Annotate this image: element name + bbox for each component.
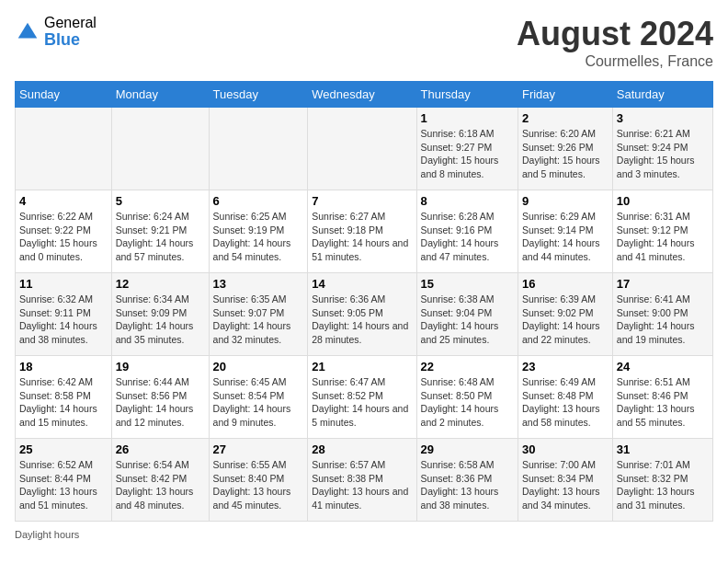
- day-info: Sunrise: 6:32 AM Sunset: 9:11 PM Dayligh…: [19, 293, 108, 347]
- logo-icon: [15, 19, 40, 45]
- day-info: Sunrise: 6:52 AM Sunset: 8:44 PM Dayligh…: [19, 458, 108, 512]
- logo-blue: Blue: [44, 31, 97, 50]
- day-info: Sunrise: 6:20 AM Sunset: 9:26 PM Dayligh…: [522, 127, 609, 181]
- day-info: Sunrise: 6:36 AM Sunset: 9:05 PM Dayligh…: [312, 293, 412, 347]
- calendar-week-row: 11Sunrise: 6:32 AM Sunset: 9:11 PM Dayli…: [16, 273, 713, 356]
- calendar-cell: 27Sunrise: 6:55 AM Sunset: 8:40 PM Dayli…: [209, 439, 308, 522]
- calendar-table: SundayMondayTuesdayWednesdayThursdayFrid…: [15, 81, 713, 522]
- day-number: 2: [522, 111, 609, 125]
- day-info: Sunrise: 6:41 AM Sunset: 9:00 PM Dayligh…: [617, 293, 709, 347]
- day-info: Sunrise: 6:25 AM Sunset: 9:19 PM Dayligh…: [213, 210, 304, 264]
- day-number: 9: [522, 194, 609, 208]
- calendar-cell: 2Sunrise: 6:20 AM Sunset: 9:26 PM Daylig…: [518, 108, 612, 190]
- logo-text: General Blue: [44, 15, 97, 49]
- calendar-cell: [16, 108, 112, 190]
- day-info: Sunrise: 6:34 AM Sunset: 9:09 PM Dayligh…: [116, 293, 205, 347]
- day-info: Sunrise: 7:00 AM Sunset: 8:34 PM Dayligh…: [522, 458, 609, 512]
- day-number: 6: [213, 194, 304, 208]
- calendar-cell: 30Sunrise: 7:00 AM Sunset: 8:34 PM Dayli…: [518, 439, 612, 522]
- day-info: Sunrise: 6:45 AM Sunset: 8:54 PM Dayligh…: [213, 375, 304, 430]
- calendar-cell: [111, 108, 209, 190]
- calendar-cell: 7Sunrise: 6:27 AM Sunset: 9:18 PM Daylig…: [308, 190, 416, 273]
- day-number: 14: [312, 277, 412, 291]
- day-number: 31: [617, 442, 709, 456]
- logo: General Blue: [15, 15, 97, 49]
- day-number: 7: [312, 194, 412, 208]
- calendar-cell: 21Sunrise: 6:47 AM Sunset: 8:52 PM Dayli…: [308, 356, 416, 439]
- day-number: 18: [19, 360, 108, 373]
- day-number: 12: [116, 277, 205, 291]
- calendar-cell: 13Sunrise: 6:35 AM Sunset: 9:07 PM Dayli…: [209, 273, 308, 356]
- column-header-friday: Friday: [518, 82, 612, 108]
- calendar-cell: 23Sunrise: 6:49 AM Sunset: 8:48 PM Dayli…: [518, 356, 612, 439]
- calendar-cell: 22Sunrise: 6:48 AM Sunset: 8:50 PM Dayli…: [416, 356, 518, 439]
- day-info: Sunrise: 6:21 AM Sunset: 9:24 PM Dayligh…: [617, 127, 709, 181]
- calendar-cell: 4Sunrise: 6:22 AM Sunset: 9:22 PM Daylig…: [16, 190, 112, 273]
- calendar-cell: 6Sunrise: 6:25 AM Sunset: 9:19 PM Daylig…: [209, 190, 308, 273]
- calendar-cell: 3Sunrise: 6:21 AM Sunset: 9:24 PM Daylig…: [612, 108, 712, 190]
- calendar-cell: 14Sunrise: 6:36 AM Sunset: 9:05 PM Dayli…: [308, 273, 416, 356]
- day-info: Sunrise: 6:28 AM Sunset: 9:16 PM Dayligh…: [421, 210, 514, 264]
- calendar-cell: 25Sunrise: 6:52 AM Sunset: 8:44 PM Dayli…: [16, 439, 112, 522]
- column-header-thursday: Thursday: [416, 82, 518, 108]
- calendar-cell: 11Sunrise: 6:32 AM Sunset: 9:11 PM Dayli…: [16, 273, 112, 356]
- calendar-week-row: 4Sunrise: 6:22 AM Sunset: 9:22 PM Daylig…: [16, 190, 713, 273]
- day-info: Sunrise: 6:58 AM Sunset: 8:36 PM Dayligh…: [421, 458, 514, 512]
- day-info: Sunrise: 6:55 AM Sunset: 8:40 PM Dayligh…: [213, 458, 304, 512]
- calendar-cell: 19Sunrise: 6:44 AM Sunset: 8:56 PM Dayli…: [111, 356, 209, 439]
- day-number: 15: [421, 277, 514, 291]
- day-info: Sunrise: 6:24 AM Sunset: 9:21 PM Dayligh…: [116, 210, 205, 264]
- logo-general: General: [44, 15, 97, 31]
- title-block: August 2024 Courmelles, France: [517, 15, 713, 70]
- day-info: Sunrise: 6:51 AM Sunset: 8:46 PM Dayligh…: [617, 375, 709, 430]
- calendar-header-row: SundayMondayTuesdayWednesdayThursdayFrid…: [16, 82, 713, 108]
- day-number: 4: [19, 194, 108, 208]
- day-number: 10: [617, 194, 709, 208]
- calendar-cell: 29Sunrise: 6:58 AM Sunset: 8:36 PM Dayli…: [416, 439, 518, 522]
- day-info: Sunrise: 6:48 AM Sunset: 8:50 PM Dayligh…: [421, 375, 514, 430]
- day-info: Sunrise: 6:47 AM Sunset: 8:52 PM Dayligh…: [312, 375, 412, 430]
- calendar-cell: 8Sunrise: 6:28 AM Sunset: 9:16 PM Daylig…: [416, 190, 518, 273]
- day-number: 5: [116, 194, 205, 208]
- day-info: Sunrise: 6:44 AM Sunset: 8:56 PM Dayligh…: [116, 375, 205, 430]
- calendar-cell: 15Sunrise: 6:38 AM Sunset: 9:04 PM Dayli…: [416, 273, 518, 356]
- calendar-cell: 26Sunrise: 6:54 AM Sunset: 8:42 PM Dayli…: [111, 439, 209, 522]
- day-info: Sunrise: 6:57 AM Sunset: 8:38 PM Dayligh…: [312, 458, 412, 512]
- calendar-cell: 24Sunrise: 6:51 AM Sunset: 8:46 PM Dayli…: [612, 356, 712, 439]
- day-info: Sunrise: 6:18 AM Sunset: 9:27 PM Dayligh…: [421, 127, 514, 181]
- column-header-sunday: Sunday: [16, 82, 112, 108]
- day-info: Sunrise: 6:49 AM Sunset: 8:48 PM Dayligh…: [522, 375, 609, 430]
- day-info: Sunrise: 6:39 AM Sunset: 9:02 PM Dayligh…: [522, 293, 609, 347]
- column-header-saturday: Saturday: [612, 82, 712, 108]
- day-number: 22: [421, 360, 514, 373]
- day-number: 16: [522, 277, 609, 291]
- day-number: 17: [617, 277, 709, 291]
- column-header-monday: Monday: [111, 82, 209, 108]
- day-number: 11: [19, 277, 108, 291]
- column-header-tuesday: Tuesday: [209, 82, 308, 108]
- calendar-week-row: 25Sunrise: 6:52 AM Sunset: 8:44 PM Dayli…: [16, 439, 713, 522]
- day-number: 28: [312, 442, 412, 456]
- calendar-cell: [308, 108, 416, 190]
- day-info: Sunrise: 6:29 AM Sunset: 9:14 PM Dayligh…: [522, 210, 609, 264]
- day-info: Sunrise: 7:01 AM Sunset: 8:32 PM Dayligh…: [617, 458, 709, 512]
- column-header-wednesday: Wednesday: [308, 82, 416, 108]
- day-number: 13: [213, 277, 304, 291]
- calendar-cell: 16Sunrise: 6:39 AM Sunset: 9:02 PM Dayli…: [518, 273, 612, 356]
- day-number: 29: [421, 442, 514, 456]
- day-number: 3: [617, 111, 709, 125]
- calendar-cell: 28Sunrise: 6:57 AM Sunset: 8:38 PM Dayli…: [308, 439, 416, 522]
- svg-marker-0: [18, 22, 38, 38]
- page-header: General Blue August 2024 Courmelles, Fra…: [15, 15, 713, 70]
- day-number: 21: [312, 360, 412, 373]
- calendar-cell: 1Sunrise: 6:18 AM Sunset: 9:27 PM Daylig…: [416, 108, 518, 190]
- calendar-cell: 17Sunrise: 6:41 AM Sunset: 9:00 PM Dayli…: [612, 273, 712, 356]
- day-number: 20: [213, 360, 304, 373]
- day-number: 19: [116, 360, 205, 373]
- day-number: 24: [617, 360, 709, 373]
- calendar-week-row: 18Sunrise: 6:42 AM Sunset: 8:58 PM Dayli…: [16, 356, 713, 439]
- day-info: Sunrise: 6:27 AM Sunset: 9:18 PM Dayligh…: [312, 210, 412, 264]
- calendar-cell: 18Sunrise: 6:42 AM Sunset: 8:58 PM Dayli…: [16, 356, 112, 439]
- day-number: 30: [522, 442, 609, 456]
- calendar-cell: 31Sunrise: 7:01 AM Sunset: 8:32 PM Dayli…: [612, 439, 712, 522]
